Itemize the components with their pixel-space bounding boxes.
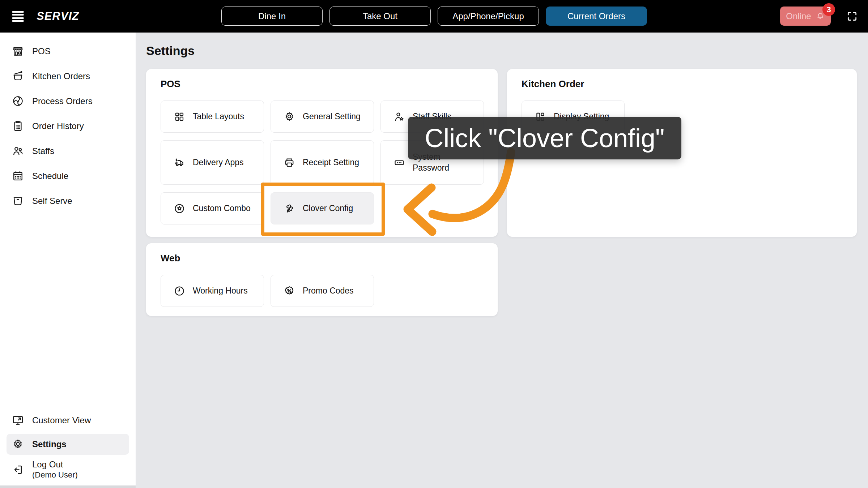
tile-label: Custom Combo — [193, 204, 251, 213]
person-star-icon — [393, 111, 405, 123]
clover-config-button[interactable]: Clover Config — [271, 192, 374, 224]
logout-sublabel: (Demo User) — [32, 470, 78, 480]
sidebar-item-process-orders[interactable]: Process Orders — [0, 89, 136, 114]
current-orders-button[interactable]: Current Orders — [546, 7, 647, 26]
grid-icon — [174, 111, 185, 123]
password-field-icon — [393, 157, 405, 168]
tile-label: Receipt Setting — [303, 158, 359, 167]
sidebar-item-pos[interactable]: POS — [0, 39, 136, 64]
notification-count-badge[interactable]: 3 — [822, 3, 835, 16]
sidebar-item-order-history[interactable]: Order History — [0, 114, 136, 138]
hamburger-menu-icon[interactable] — [12, 11, 24, 22]
sidebar-item-label: Self Serve — [32, 196, 72, 206]
sidebar-item-label: Settings — [32, 439, 67, 449]
app-phone-pickup-button[interactable]: App/Phone/Pickup — [438, 7, 539, 26]
sidebar-item-label: POS — [32, 46, 51, 56]
sidebar-item-label: Kitchen Orders — [32, 71, 90, 81]
take-out-button[interactable]: Take Out — [329, 7, 431, 26]
sidebar-scrollbar[interactable] — [0, 485, 136, 488]
sidebar-item-settings[interactable]: Settings — [7, 434, 129, 455]
table-layouts-button[interactable]: Table Layouts — [161, 100, 264, 133]
tile-label: Promo Codes — [303, 286, 354, 296]
percent-badge-icon — [284, 285, 295, 297]
logout-label: Log Out — [32, 459, 78, 470]
tile-label: Working Hours — [193, 286, 248, 296]
cooking-pot-icon — [12, 70, 24, 82]
delivery-truck-icon — [174, 157, 185, 168]
card-title: Kitchen Order — [522, 78, 584, 90]
sidebar-item-staffs[interactable]: Staffs — [0, 138, 136, 163]
sidebar-item-label: Customer View — [32, 415, 91, 425]
people-icon — [12, 145, 24, 157]
dine-in-button[interactable]: Dine In — [221, 7, 323, 26]
shop-icon — [12, 45, 24, 57]
topbar-nav: Dine In Take Out App/Phone/Pickup Curren… — [221, 7, 647, 26]
page-title: Settings — [146, 44, 195, 58]
receipt-setting-button[interactable]: Receipt Setting — [271, 140, 374, 185]
tile-label: General Setting — [303, 112, 361, 121]
main-content: Settings POS Table Layouts Genera — [136, 33, 868, 488]
gear-icon — [12, 438, 24, 450]
online-label: Online — [786, 11, 811, 21]
topbar: SERVIZ Dine In Take Out App/Phone/Pickup… — [0, 0, 868, 33]
logout-icon — [12, 464, 24, 476]
tile-label: Clover Config — [303, 204, 353, 213]
promo-codes-button[interactable]: Promo Codes — [271, 275, 374, 307]
tile-label: Table Layouts — [193, 112, 244, 121]
clock-icon — [174, 285, 185, 297]
sidebar-item-customer-view[interactable]: Customer View — [0, 408, 136, 433]
fullscreen-icon[interactable] — [846, 10, 858, 22]
sidebar-item-self-serve[interactable]: Self Serve — [0, 188, 136, 213]
custom-combo-button[interactable]: Custom Combo — [161, 192, 264, 224]
clipboard-icon — [12, 120, 24, 132]
basket-icon — [12, 195, 24, 207]
gear-icon — [284, 111, 295, 123]
working-hours-button[interactable]: Working Hours — [161, 275, 264, 307]
card-title: Web — [161, 253, 180, 264]
pinwheel-icon — [12, 95, 24, 107]
sidebar-item-label: Process Orders — [32, 96, 93, 106]
sidebar: POS Kitchen Orders Process Orders — [0, 33, 136, 488]
sidebar-item-label: Schedule — [32, 171, 68, 181]
sidebar-item-label: Order History — [32, 121, 84, 131]
sidebar-item-logout[interactable]: Log Out (Demo User) — [0, 456, 136, 483]
web-settings-card: Web Working Hours Promo Codes — [146, 243, 498, 316]
card-title: POS — [161, 78, 180, 90]
sidebar-item-kitchen-orders[interactable]: Kitchen Orders — [0, 64, 136, 89]
brand-logo: SERVIZ — [37, 0, 79, 33]
delivery-apps-button[interactable]: Delivery Apps — [161, 140, 264, 185]
app-window: SERVIZ Dine In Take Out App/Phone/Pickup… — [0, 0, 868, 488]
star-circle-icon — [174, 203, 185, 214]
tile-label: Delivery Apps — [193, 158, 244, 167]
display-arrow-icon — [12, 414, 24, 426]
printer-icon — [284, 157, 295, 168]
calendar-icon — [12, 170, 24, 182]
clover-icon — [284, 203, 295, 214]
sidebar-item-label: Staffs — [32, 146, 54, 156]
sidebar-item-schedule[interactable]: Schedule — [0, 163, 136, 188]
general-setting-button[interactable]: General Setting — [271, 100, 374, 133]
instruction-tooltip: Click "Clover Config" — [408, 117, 681, 159]
